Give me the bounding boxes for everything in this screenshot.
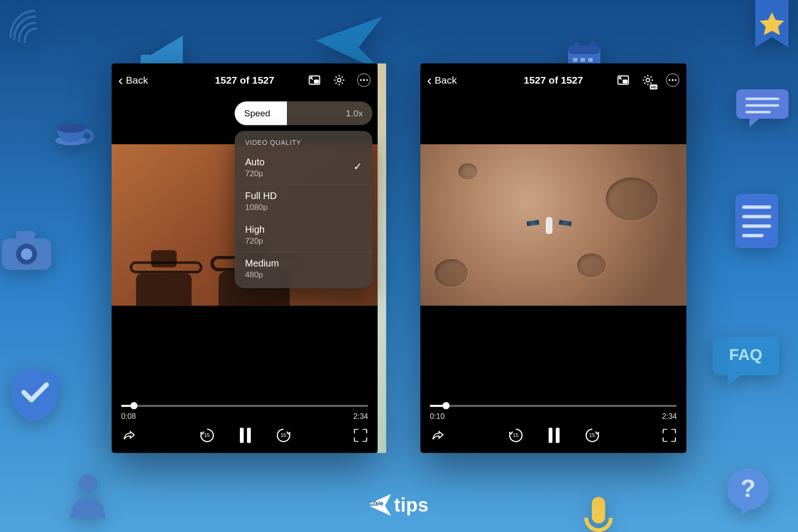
seek-bar[interactable] xyxy=(430,401,677,410)
camera-icon xyxy=(0,228,57,273)
chat-background-strip xyxy=(378,64,386,453)
rewind-15-button[interactable]: 15 xyxy=(199,428,215,444)
video-quality-menu: VIDEO QUALITY Auto 720p ✓ Full HD 1080p … xyxy=(235,131,372,288)
faq-bubble-icon: FAQ xyxy=(712,332,779,390)
speed-label: Speed xyxy=(244,108,270,119)
fullscreen-button[interactable] xyxy=(663,429,676,442)
svg-rect-7 xyxy=(588,58,593,62)
time-current: 0:10 xyxy=(430,412,445,421)
paper-plane-icon: Tele xyxy=(369,494,391,516)
hd-badge: HD xyxy=(650,85,657,90)
question-bubble-icon: ? xyxy=(722,466,774,518)
document-icon xyxy=(732,190,784,252)
share-arrow-icon xyxy=(431,429,445,442)
player-top-bar: ‹ Back 1527 of 1527 xyxy=(112,64,378,97)
logo-text: tips xyxy=(394,494,428,516)
svg-point-18 xyxy=(21,248,32,260)
quality-option-fullhd[interactable]: Full HD 1080p xyxy=(235,184,372,218)
phone-playing: ‹ Back 1527 of 1527 HD xyxy=(420,64,686,453)
svg-point-3 xyxy=(574,42,579,47)
speed-slider[interactable]: Speed 1.0x xyxy=(235,102,372,125)
svg-rect-6 xyxy=(580,58,585,62)
svg-point-4 xyxy=(589,42,594,47)
svg-rect-19 xyxy=(735,194,778,248)
quality-header: VIDEO QUALITY xyxy=(235,139,372,151)
quality-option-medium[interactable]: Medium 480p xyxy=(235,252,372,285)
time-current: 0:08 xyxy=(121,412,136,421)
svg-rect-27 xyxy=(592,497,605,523)
shield-check-icon xyxy=(9,366,61,423)
share-button[interactable] xyxy=(122,428,136,443)
player-top-bar: ‹ Back 1527 of 1527 HD xyxy=(420,64,686,97)
svg-rect-5 xyxy=(573,58,578,62)
user-icon xyxy=(66,470,109,518)
forward-15-button[interactable]: 15 xyxy=(584,428,600,444)
bookmark-star-icon xyxy=(750,0,793,52)
forward-15-button[interactable]: 15 xyxy=(276,428,292,444)
time-duration: 2:34 xyxy=(353,412,368,421)
time-duration: 2:34 xyxy=(662,412,677,421)
svg-text:FAQ: FAQ xyxy=(729,345,762,363)
video-frame[interactable] xyxy=(420,144,686,306)
rewind-15-button[interactable]: 15 xyxy=(508,428,524,444)
svg-text:?: ? xyxy=(741,475,756,502)
svg-point-35 xyxy=(646,78,649,82)
share-arrow-icon xyxy=(123,429,136,442)
seek-bar[interactable] xyxy=(121,401,368,410)
pause-button[interactable] xyxy=(240,428,251,443)
fullscreen-button[interactable] xyxy=(354,429,367,442)
chat-lines-icon xyxy=(736,86,788,128)
teletips-logo: Tele tips xyxy=(369,494,428,516)
svg-point-29 xyxy=(78,474,97,493)
speed-value: 1.0x xyxy=(346,108,363,119)
media-counter: 1527 of 1527 xyxy=(112,75,378,86)
svg-point-14 xyxy=(57,124,86,133)
settings-button[interactable]: HD xyxy=(641,73,655,87)
quality-option-auto[interactable]: Auto 720p ✓ xyxy=(235,151,372,184)
quality-option-high[interactable]: High 720p xyxy=(235,218,372,252)
fingerprint-icon xyxy=(5,4,46,45)
player-controls: 0:10 2:34 15 15 xyxy=(420,401,686,453)
scene-spacecraft xyxy=(537,212,561,245)
svg-rect-2 xyxy=(568,46,600,54)
coffee-cup-icon xyxy=(52,114,95,152)
svg-rect-16 xyxy=(16,231,35,241)
phone-quality-menu: ‹ Back 1527 of 1527 Speed xyxy=(112,64,378,453)
microphone-icon xyxy=(580,494,618,532)
share-button[interactable] xyxy=(431,428,445,443)
pause-button[interactable] xyxy=(549,428,560,443)
scene-tower xyxy=(130,250,198,306)
player-controls: 0:08 2:34 15 15 xyxy=(112,401,378,453)
checkmark-icon: ✓ xyxy=(353,161,362,173)
